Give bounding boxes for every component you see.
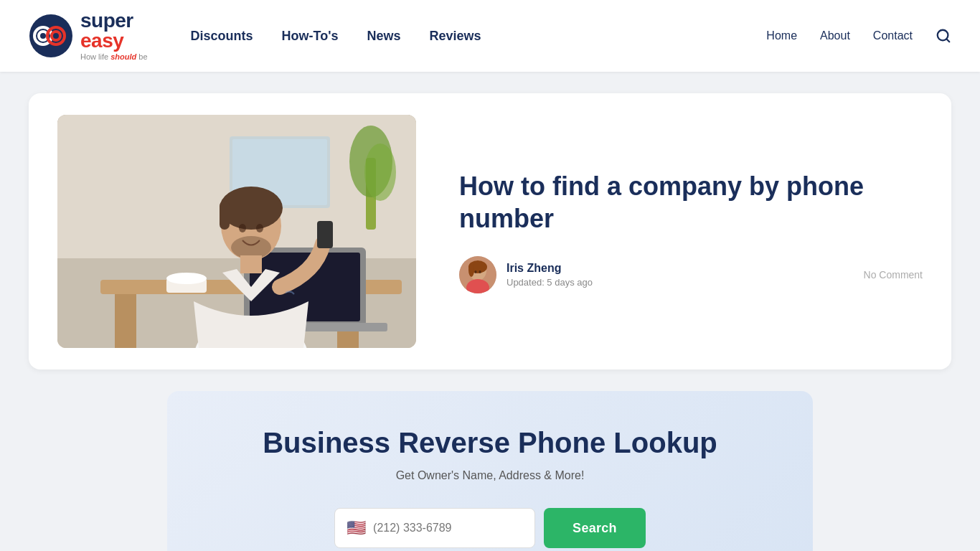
nav-contact[interactable]: Contact — [873, 29, 913, 42]
author-updated: Updated: 5 days ago — [507, 277, 593, 288]
svg-rect-26 — [220, 201, 230, 230]
svg-rect-15 — [115, 294, 136, 348]
logo-icon — [29, 14, 73, 58]
svg-rect-31 — [317, 221, 333, 248]
author-meta: Iris Zheng Updated: 5 days ago — [507, 262, 593, 288]
lookup-title: Business Reverse Phone Lookup — [196, 427, 784, 459]
logo-tagline: How life should be — [80, 52, 148, 61]
phone-input[interactable] — [373, 522, 523, 534]
logo[interactable]: super easy How life should be — [29, 11, 148, 61]
nav-news[interactable]: News — [367, 29, 401, 44]
article-card: How to find a company by phone number — [29, 93, 951, 369]
author-avatar-svg — [459, 256, 496, 293]
svg-rect-30 — [240, 255, 262, 273]
main-content: How to find a company by phone number — [0, 72, 980, 551]
svg-point-13 — [364, 143, 396, 201]
svg-point-27 — [239, 224, 246, 232]
article-image — [57, 115, 416, 348]
flag-icon: 🇺🇸 — [347, 519, 366, 537]
svg-point-37 — [475, 270, 477, 273]
article-title: How to find a company by phone number — [459, 170, 923, 235]
article-image-svg — [57, 115, 416, 348]
author-row: Iris Zheng Updated: 5 days ago No Commen… — [459, 256, 923, 293]
no-comment-label: No Comment — [864, 269, 923, 281]
search-button[interactable]: Search — [544, 508, 646, 548]
article-info: How to find a company by phone number — [459, 170, 923, 293]
logo-brand: super easy — [80, 11, 148, 51]
phone-input-wrapper: 🇺🇸 — [334, 508, 535, 548]
nav-howtos[interactable]: How-To's — [282, 29, 339, 44]
nav-reviews[interactable]: Reviews — [430, 29, 481, 44]
svg-point-35 — [468, 263, 474, 277]
site-header: super easy How life should be Discounts … — [0, 0, 980, 72]
lookup-form: 🇺🇸 Search — [196, 508, 784, 548]
header-right: Home About Contact — [766, 28, 951, 44]
search-icon-button[interactable] — [936, 28, 951, 44]
nav-about[interactable]: About — [820, 29, 850, 42]
lookup-subtitle: Get Owner's Name, Address & More! — [196, 469, 784, 482]
svg-point-38 — [479, 270, 481, 273]
author-name: Iris Zheng — [507, 262, 593, 275]
search-icon — [936, 28, 951, 44]
svg-point-28 — [256, 224, 263, 232]
svg-line-6 — [946, 39, 949, 42]
nav-home[interactable]: Home — [766, 29, 797, 42]
svg-point-22 — [166, 273, 207, 284]
nav-discounts[interactable]: Discounts — [191, 29, 253, 44]
lookup-widget: Business Reverse Phone Lookup Get Owner'… — [167, 391, 813, 551]
main-navigation: Discounts How-To's News Reviews — [191, 29, 767, 44]
author-avatar — [459, 256, 496, 293]
